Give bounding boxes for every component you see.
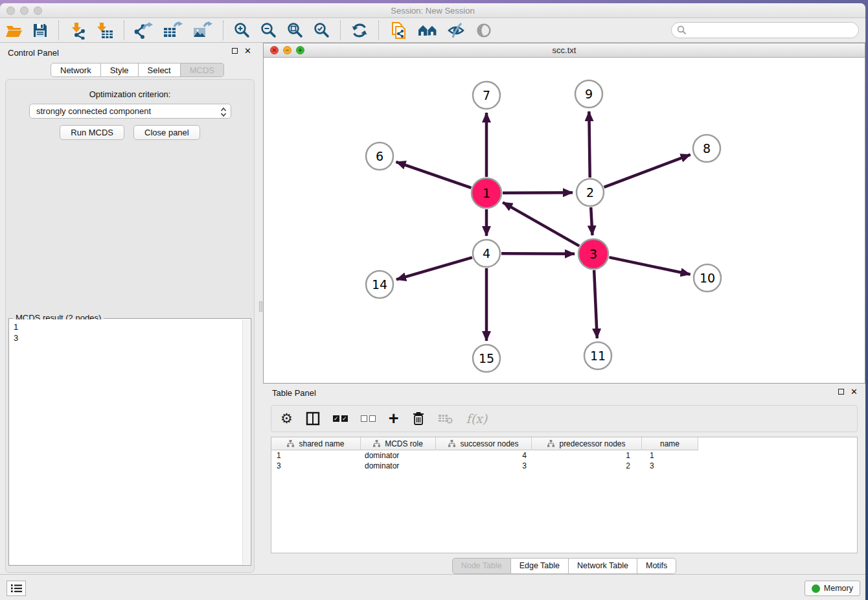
eye-slash-icon [447, 21, 466, 40]
column-header-shared-name[interactable]: shared name [271, 437, 361, 450]
import-table-button[interactable] [91, 20, 119, 41]
export-image-button[interactable] [188, 20, 218, 41]
table-row[interactable]: 3 dominator 3 2 3 [271, 461, 857, 471]
zoom-in-icon [233, 21, 251, 39]
cell-name: 3 [642, 461, 698, 471]
table-panel-title: Table Panel [272, 388, 316, 398]
graph-edge-4-14[interactable] [396, 257, 472, 279]
table-panel: Table Panel ✕ ⚙ ✓ ✓ [263, 384, 865, 574]
cell-predecessor-nodes: 2 [532, 461, 642, 471]
graph-edge-2-3[interactable] [591, 207, 592, 235]
column-header-mcds-role[interactable]: MCDS role [361, 437, 436, 450]
tab-edge-table[interactable]: Edge Table [511, 558, 569, 574]
search-box[interactable] [671, 22, 859, 38]
tab-motifs[interactable]: Motifs [637, 558, 676, 574]
memory-label: Memory [824, 584, 853, 593]
tab-network-table[interactable]: Network Table [569, 558, 637, 574]
mcds-result-line: 3 [14, 332, 238, 343]
float-panel-icon[interactable] [838, 389, 844, 395]
network-graph[interactable]: 7968124314101511 [264, 58, 865, 383]
function-builder-button-disabled: f(x) [466, 409, 488, 428]
import-table-icon [96, 21, 114, 40]
column-label: shared name [299, 439, 344, 448]
delete-column-button[interactable] [412, 409, 425, 428]
cell-mcds-role: dominator [361, 461, 436, 471]
toggle-panel-layout-button[interactable] [306, 409, 320, 428]
network-window-title: scc.txt [264, 45, 865, 55]
memory-button[interactable]: Memory [805, 581, 860, 596]
close-panel-button[interactable]: Close panel [133, 125, 200, 140]
zoom-selected-button[interactable] [308, 20, 335, 41]
column-header-predecessor-nodes[interactable]: predecessor nodes [532, 437, 642, 450]
graph-edge-1-6[interactable] [396, 162, 472, 188]
copy-network-button[interactable] [384, 20, 413, 41]
window-titlebar: Session: New Session [0, 3, 865, 18]
status-bar: Memory [0, 574, 865, 600]
mcds-panel: Optimization criterion: strongly connect… [5, 79, 255, 573]
table-row[interactable]: 1 dominator 4 1 1 [271, 450, 857, 461]
graph-edge-3-10[interactable] [609, 257, 690, 274]
zoom-in-button[interactable] [229, 20, 255, 41]
graph-node-label: 4 [483, 246, 490, 260]
graph-edge-3-11[interactable] [594, 270, 597, 338]
export-table-icon [163, 21, 183, 40]
mcds-result-line: 1 [14, 321, 238, 332]
checked-box-icon: ✓ [333, 415, 339, 422]
cell-successor-nodes: 4 [436, 450, 532, 461]
close-panel-icon[interactable]: ✕ [244, 48, 251, 54]
home-neighbors-button[interactable] [413, 20, 442, 41]
desktop: Session: New Session [0, 0, 868, 600]
export-table-button[interactable] [158, 20, 188, 41]
cell-mcds-role: dominator [361, 450, 436, 461]
unselect-all-columns-button[interactable] [361, 409, 376, 428]
column-header-successor-nodes[interactable]: successor nodes [436, 437, 532, 450]
tab-network[interactable]: Network [51, 63, 101, 77]
select-all-columns-button[interactable]: ✓ ✓ [333, 409, 348, 428]
create-column-button[interactable]: + [389, 409, 399, 428]
cell-shared-name: 1 [271, 450, 361, 461]
export-network-button[interactable] [130, 20, 158, 41]
control-panel-header: Control Panel ✕ [0, 43, 259, 62]
tab-select[interactable]: Select [139, 63, 181, 77]
toolbar-separator [340, 21, 341, 40]
graph-edge-2-8[interactable] [604, 155, 691, 187]
node-table-header: shared name MCDS role successor nodes pr… [271, 437, 857, 450]
mcds-result-box: MCDS result (2 nodes) 1 3 [8, 318, 251, 566]
task-history-button[interactable] [6, 581, 26, 596]
combo-arrows-icon [220, 107, 227, 117]
hide-graphics-button[interactable] [442, 20, 471, 41]
import-network-button[interactable] [64, 20, 91, 41]
result-scrollbar[interactable] [242, 319, 250, 564]
graph-edge-4-3[interactable] [501, 253, 575, 254]
vertical-splitter-grip[interactable] [259, 301, 262, 312]
delete-table-button-disabled [438, 409, 453, 428]
mcds-result-text[interactable]: 1 3 [10, 319, 242, 564]
tab-style[interactable]: Style [101, 63, 139, 77]
network-canvas[interactable]: 7968124314101511 [264, 58, 865, 383]
zoom-out-button[interactable] [255, 20, 282, 41]
zoom-fit-icon [286, 21, 304, 39]
graph-edge-1-2[interactable] [503, 192, 573, 193]
hierarchy-icon [287, 440, 294, 447]
apply-layout-button[interactable] [346, 20, 373, 41]
search-input[interactable] [687, 24, 858, 37]
graph-edge-3-1[interactable] [503, 202, 579, 246]
tab-mcds[interactable]: MCDS [181, 63, 224, 77]
table-settings-button[interactable]: ⚙ [280, 409, 293, 428]
tab-node-table[interactable]: Node Table [452, 558, 511, 574]
column-header-name[interactable]: name [642, 437, 698, 450]
close-panel-icon[interactable]: ✕ [851, 389, 858, 395]
contrast-eye-icon [475, 22, 492, 39]
open-session-button[interactable] [0, 20, 27, 41]
graph-node-label: 11 [590, 349, 606, 363]
table-panel-tabs: Node Table Edge Table Network Table Moti… [263, 558, 865, 574]
save-session-button[interactable] [27, 20, 53, 41]
table-panel-header: Table Panel ✕ [263, 384, 865, 402]
zoom-fit-button[interactable] [282, 20, 308, 41]
run-mcds-button[interactable]: Run MCDS [60, 125, 124, 140]
graph-edge-2-9[interactable] [589, 111, 589, 178]
import-network-icon [69, 21, 87, 40]
criterion-select[interactable]: strongly connected component [29, 104, 231, 119]
column-label: successor nodes [460, 439, 518, 448]
float-panel-icon[interactable] [232, 48, 238, 54]
